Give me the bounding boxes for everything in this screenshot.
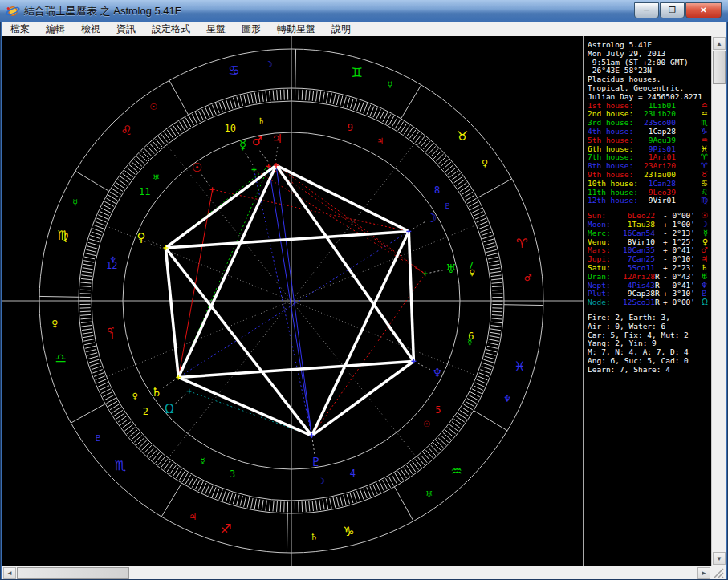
- degree-tick: [185, 475, 191, 484]
- planet-row: Merc:16Can54- 2°13'☿: [588, 229, 711, 238]
- degree-tick: [88, 356, 98, 359]
- degree-tick: [195, 480, 200, 489]
- house-number: 4: [350, 468, 356, 479]
- degree-tick: [490, 332, 500, 334]
- degree-tick: [230, 99, 233, 108]
- stat-line: Air : 0, Water: 6: [588, 322, 711, 331]
- menu-item-view[interactable]: 檢視: [73, 22, 108, 36]
- scroll-up-button[interactable]: ▲: [713, 37, 726, 50]
- close-button[interactable]: ✕: [685, 2, 722, 18]
- degree-tick: [101, 208, 111, 213]
- minimize-button[interactable]: ─: [634, 2, 659, 18]
- degree-tick: [480, 370, 490, 373]
- sign-glyph: Ω: [702, 298, 708, 307]
- degree-tick: [209, 486, 213, 496]
- degree-tick: [487, 346, 498, 348]
- chart-canvas[interactable]: ♈♂♉♀♊☿♋☽♌☉♍☿♎♀♏♇♐♃♑♄♒♅♓♆1♂2♀3☿4☽5☉6☿7♀8♇…: [2, 36, 583, 566]
- degree-tick: [487, 253, 498, 256]
- degree-tick: [266, 501, 267, 511]
- maximize-button[interactable]: ❐: [660, 2, 685, 18]
- degree-tick: [244, 497, 246, 507]
- sign-boundary: [394, 487, 413, 521]
- house-number: 2: [143, 406, 148, 417]
- degree-tick: [198, 481, 203, 491]
- retro-flag: R: [655, 273, 661, 282]
- degree-tick: [80, 314, 91, 315]
- degree-tick: [81, 282, 92, 283]
- degree-tick: [305, 501, 306, 512]
- degree-tick: [340, 95, 343, 106]
- grand-sextile-line: [276, 165, 409, 231]
- planet-leader-line: [312, 440, 315, 454]
- degree-tick: [486, 249, 497, 252]
- degree-tick: [472, 389, 482, 394]
- house-cusp-line: [291, 144, 414, 301]
- degree-tick: [479, 225, 489, 229]
- vertical-scrollbar[interactable]: ▲ ▼: [711, 36, 726, 566]
- degree-tick: [491, 322, 502, 322]
- planet-leader-line: [429, 270, 443, 273]
- menu-item-info[interactable]: 資訊: [108, 22, 144, 36]
- house-ruler-glyph: ♃: [376, 136, 384, 145]
- house-row: 12th house:9Vir01♍: [588, 197, 711, 205]
- house-row: 5th house:9Aqu39♒: [588, 136, 711, 145]
- degree-tick: [490, 264, 500, 266]
- degree-tick: [86, 249, 96, 252]
- degree-tick: [344, 495, 346, 505]
- sign-ruler-glyph: ☉: [149, 102, 157, 112]
- degree-tick: [316, 91, 318, 101]
- menu-item-graphics[interactable]: 圖形: [234, 22, 269, 36]
- sign-ruler-glyph: ♄: [310, 532, 318, 542]
- degree-tick: [270, 91, 270, 101]
- horizontal-scrollbar[interactable]: ◄ ►: [2, 566, 711, 579]
- zodiac-sign-glyph: ♑: [343, 524, 354, 539]
- menu-item-file[interactable]: 檔案: [2, 22, 38, 36]
- degree-tick: [90, 363, 100, 366]
- menu-item-help[interactable]: 說明: [323, 22, 359, 36]
- sign-ruler-glyph: ☿: [387, 79, 392, 90]
- degree-tick: [336, 95, 339, 105]
- sign-boundary: [401, 85, 421, 119]
- menu-item-rotate[interactable]: 轉動星盤: [269, 22, 323, 36]
- menu-item-chart[interactable]: 星盤: [198, 22, 234, 36]
- degree-tick: [92, 229, 102, 232]
- degree-tick: [373, 485, 377, 494]
- menu-item-edit[interactable]: 編輯: [38, 22, 73, 36]
- aspect-line: [269, 166, 425, 274]
- sign-boundary: [75, 171, 109, 191]
- degree-tick: [96, 376, 105, 380]
- scroll-down-button[interactable]: ▼: [713, 552, 726, 565]
- house-ruler-glyph: ♀: [132, 391, 138, 400]
- menu-item-format[interactable]: 設定格式: [144, 22, 198, 36]
- degree-tick: [353, 492, 356, 501]
- row-delta: + 0°00': [663, 298, 695, 307]
- degree-tick: [273, 501, 274, 512]
- degree-tick: [485, 242, 494, 245]
- app-window: 結合瑞士星曆表 之 Astrolog 5.41F ─ ❐ ✕ 檔案編輯檢視資訊設…: [0, 0, 728, 580]
- degree-tick: [357, 101, 360, 111]
- degree-tick: [490, 268, 500, 270]
- resize-grip[interactable]: [711, 566, 726, 579]
- degree-tick: [81, 278, 92, 279]
- degree-tick: [84, 257, 95, 259]
- aspect-line: [254, 169, 311, 436]
- degree-tick: [340, 496, 343, 506]
- sign-glyph: ♅: [701, 273, 708, 282]
- degree-tick: [336, 497, 339, 507]
- degree-tick: [486, 353, 496, 355]
- main-content: ♈♂♉♀♊☿♋☽♌☉♍☿♎♀♏♇♐♃♑♄♒♅♓♆1♂2♀3☿4☽5☉6☿7♀8♇…: [2, 36, 711, 566]
- degree-tick: [81, 322, 92, 322]
- sign-boundary: [161, 483, 181, 517]
- horizontal-scroll-thumb[interactable]: [17, 567, 129, 579]
- degree-tick: [233, 494, 236, 504]
- title-bar[interactable]: 結合瑞士星曆表 之 Astrolog 5.41F ─ ❐ ✕: [0, 0, 728, 22]
- scroll-right-button[interactable]: ►: [697, 567, 710, 579]
- scroll-left-button[interactable]: ◄: [3, 567, 16, 579]
- degree-tick: [367, 105, 371, 115]
- degree-tick: [484, 359, 494, 363]
- vertical-scroll-thumb[interactable]: [713, 51, 726, 84]
- house-number: 3: [230, 468, 235, 480]
- degree-tick: [478, 221, 487, 225]
- degree-tick: [205, 485, 209, 494]
- degree-tick: [254, 92, 256, 103]
